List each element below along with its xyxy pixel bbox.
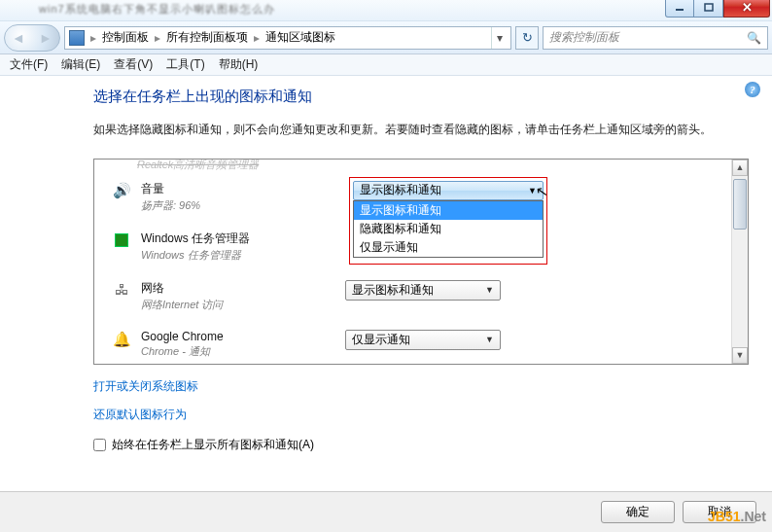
breadcrumb-sep: ▸ <box>88 31 98 45</box>
combo-selected-label: 显示图标和通知 <box>360 182 441 198</box>
dropdown-option[interactable]: 仅显示通知 <box>354 238 543 257</box>
behavior-dropdown-list[interactable]: 显示图标和通知 隐藏图标和通知 仅显示通知 <box>353 200 544 258</box>
page-description: 如果选择隐藏图标和通知，则不会向您通知更改和更新。若要随时查看隐藏的图标，请单击… <box>93 120 749 141</box>
window-title-ghost: win7系统电脑右下角不显示小喇叭图标怎么办 <box>39 2 275 17</box>
breadcrumb-root[interactable]: 控制面板 <box>102 29 149 46</box>
menu-file[interactable]: 文件(F) <box>10 56 48 73</box>
maximize-button[interactable] <box>694 0 723 18</box>
dialog-footer: 确定 取消 <box>0 491 772 532</box>
link-restore-defaults[interactable]: 还原默认图标行为 <box>93 407 187 423</box>
menu-edit[interactable]: 编辑(E) <box>61 56 100 73</box>
dropdown-option[interactable]: 显示图标和通知 <box>354 201 543 220</box>
chevron-down-icon: ▼ <box>485 335 494 344</box>
forward-icon: ► <box>39 30 53 46</box>
bell-icon: 🔔 <box>112 330 131 349</box>
item-subtitle: Chrome - 通知 <box>141 344 345 359</box>
item-title: Google Chrome <box>141 330 345 343</box>
back-icon: ◄ <box>12 30 25 46</box>
scrollbar[interactable]: ▲ ▼ <box>731 160 748 364</box>
volume-behavior-combo-open[interactable]: 显示图标和通知 ▼ <box>353 181 544 200</box>
always-show-label: 始终在任务栏上显示所有图标和通知(A) <box>112 437 314 453</box>
chevron-down-icon: ▼ <box>485 285 494 295</box>
help-icon[interactable]: ? <box>745 82 760 97</box>
item-subtitle: 网络Internet 访问 <box>141 298 345 312</box>
item-subtitle: Windows 任务管理器 <box>141 248 345 263</box>
close-button[interactable]: ✕ <box>723 0 770 18</box>
search-input[interactable]: 搜索控制面板 🔍 <box>543 26 768 50</box>
svg-rect-1 <box>705 4 713 11</box>
item-title: Windows 任务管理器 <box>141 231 345 247</box>
network-behavior-combo[interactable]: 显示图标和通知▼ <box>345 280 501 301</box>
item-subtitle: 扬声器: 96% <box>141 198 345 213</box>
content-area: 选择在任务栏上出现的图标和通知 如果选择隐藏图标和通知，则不会向您通知更改和更新… <box>0 78 772 491</box>
window-controls: ✕ <box>665 0 770 18</box>
control-panel-icon <box>69 30 85 46</box>
always-show-checkbox-row: 始终在任务栏上显示所有图标和通知(A) <box>93 437 749 453</box>
scroll-down-button[interactable]: ▼ <box>732 347 748 364</box>
search-placeholder: 搜索控制面板 <box>549 29 619 46</box>
window-titlebar: win7系统电脑右下角不显示小喇叭图标怎么办 ✕ <box>0 0 772 21</box>
network-icon: 🖧 <box>112 280 131 300</box>
list-item-chrome: 🔔 Google Chrome Chrome - 通知 仅显示通知▼ <box>112 322 714 369</box>
menu-tools[interactable]: 工具(T) <box>166 56 204 73</box>
address-bar[interactable]: ▸ 控制面板 ▸ 所有控制面板项 ▸ 通知区域图标 ▾ <box>64 26 511 50</box>
item-title: 音量 <box>141 181 345 197</box>
list-item-network: 🖧 网络 网络Internet 访问 显示图标和通知▼ <box>112 272 714 322</box>
address-dropdown-icon[interactable]: ▾ <box>491 27 507 49</box>
menu-bar: 文件(F) 编辑(E) 查看(V) 工具(T) 帮助(H) <box>0 54 772 76</box>
breadcrumb-level3[interactable]: 通知区域图标 <box>265 29 335 46</box>
search-icon: 🔍 <box>747 31 761 45</box>
scroll-thumb[interactable] <box>733 179 747 230</box>
menu-help[interactable]: 帮助(H) <box>219 56 259 73</box>
menu-view[interactable]: 查看(V) <box>114 56 153 73</box>
breadcrumb-level2[interactable]: 所有控制面板项 <box>166 29 248 46</box>
always-show-checkbox[interactable] <box>93 439 106 451</box>
watermark: JB51.Net <box>708 509 766 524</box>
explorer-navbar: ◄► ▸ 控制面板 ▸ 所有控制面板项 ▸ 通知区域图标 ▾ ↻ 搜索控制面板 … <box>0 21 772 54</box>
link-system-icons[interactable]: 打开或关闭系统图标 <box>93 378 198 395</box>
scroll-up-button[interactable]: ▲ <box>732 160 748 176</box>
dropdown-option[interactable]: 隐藏图标和通知 <box>354 220 543 238</box>
icon-list-box: Realtek高清晰音频管理器 显示图标和通知 ▼ 显示图标和通知 隐藏图标和通… <box>93 159 749 365</box>
links-section: 打开或关闭系统图标 还原默认图标行为 <box>93 378 749 435</box>
chrome-behavior-combo[interactable]: 仅显示通知▼ <box>345 330 501 350</box>
item-title: 网络 <box>141 280 345 297</box>
ok-button[interactable]: 确定 <box>601 501 675 523</box>
minimize-button[interactable] <box>665 0 694 18</box>
refresh-button[interactable]: ↻ <box>515 26 539 50</box>
page-title: 选择在任务栏上出现的图标和通知 <box>93 88 749 106</box>
taskmanager-icon <box>112 231 131 250</box>
nav-back-forward[interactable]: ◄► <box>4 24 60 52</box>
speaker-icon: 🔊 <box>112 181 131 200</box>
